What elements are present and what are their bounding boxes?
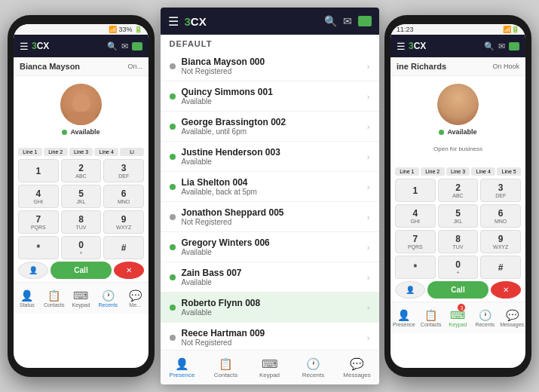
right-nav-keypad-label: Keypad <box>449 322 467 327</box>
left-key-4[interactable]: 4GHI <box>18 185 59 208</box>
contact-item-4[interactable]: Lia Shelton 004 Available, back at 5pm › <box>161 172 379 202</box>
dropdown-nav-contacts-label: Contacts <box>214 372 238 378</box>
left-line-li[interactable]: Li <box>120 148 144 156</box>
right-key-7[interactable]: 7PQRS <box>395 230 436 253</box>
right-backspace-btn[interactable]: ✕ <box>491 281 521 299</box>
contact-status-9: Not Registered <box>182 338 364 347</box>
right-nav-keypad[interactable]: ⌨ Keypad 3 <box>445 302 472 333</box>
right-line-3[interactable]: Line 3 <box>446 167 470 176</box>
right-status-dot <box>439 130 444 135</box>
contact-name-1: Quincy Simmons 001 <box>182 87 364 97</box>
right-key-5[interactable]: 5JKL <box>438 204 479 228</box>
right-bottom-nav: 👤 Presence 📋 Contacts ⌨ Keypad 3 🕐 Recen… <box>390 302 525 333</box>
right-key-star[interactable]: * <box>395 256 436 279</box>
left-key-3[interactable]: 3DEF <box>103 159 144 182</box>
right-line-4[interactable]: Line 4 <box>471 167 495 176</box>
left-nav-recents[interactable]: 🕐 Recents <box>94 283 121 314</box>
left-nav-more[interactable]: 💬 Me... <box>121 283 149 314</box>
left-key-6[interactable]: 6MNO <box>103 185 144 208</box>
right-user-icon-btn[interactable]: 👤 <box>395 281 425 299</box>
right-key-1[interactable]: 1 <box>395 179 436 202</box>
right-key-3[interactable]: 3DEF <box>480 179 521 202</box>
left-bottom-nav: 👤 Status 📋 Contacts ⌨ Keypad 🕐 Recents 💬… <box>14 282 149 314</box>
left-key-5[interactable]: 5JKL <box>61 185 102 208</box>
dropdown-nav-recents[interactable]: 🕐 Recents <box>292 351 335 384</box>
contact-name-9: Reece Hartman 009 <box>182 328 364 338</box>
dropdown-nav-messages[interactable]: 💬 Messages <box>335 351 379 384</box>
left-backspace-btn[interactable]: ✕ <box>114 262 144 279</box>
right-line-2[interactable]: Line 2 <box>421 167 445 176</box>
left-call-button[interactable]: Call <box>51 262 112 279</box>
left-key-0[interactable]: 0+ <box>61 236 102 259</box>
contact-item-7[interactable]: Zain Bass 007 Available › <box>161 262 379 292</box>
contact-item-8[interactable]: Roberto Flynn 008 Available › <box>161 292 379 323</box>
right-key-hash[interactable]: # <box>480 256 521 279</box>
right-key-4[interactable]: 4GHI <box>395 204 436 228</box>
right-key-6[interactable]: 6MNO <box>480 204 521 228</box>
contact-chevron-5: › <box>367 213 370 222</box>
right-key-8[interactable]: 8TUV <box>438 230 479 253</box>
contact-item-3[interactable]: Justine Henderson 003 Available › <box>161 142 379 172</box>
dropdown-nav-contacts[interactable]: 📋 Contacts <box>204 351 248 384</box>
right-call-button[interactable]: Call <box>427 281 488 299</box>
left-menu-icon[interactable]: ☰ <box>20 41 29 52</box>
right-line-1[interactable]: Line 1 <box>395 167 419 176</box>
dropdown-search-icon[interactable]: 🔍 <box>324 15 337 27</box>
left-key-hash[interactable]: # <box>103 236 144 259</box>
right-status-sub: Open for business <box>433 145 482 152</box>
dropdown-menu-icon[interactable]: ☰ <box>168 14 179 29</box>
left-call-row: 👤 Call ✕ <box>18 262 144 279</box>
left-search-icon[interactable]: 🔍 <box>107 41 118 51</box>
contact-item-6[interactable]: Gregory Winters 006 Available › <box>161 232 379 262</box>
contact-dot-4 <box>170 184 176 190</box>
left-nav-status[interactable]: 👤 Status <box>14 283 41 314</box>
dropdown-nav-keypad[interactable]: ⌨ Keypad <box>248 351 292 384</box>
contact-item-1[interactable]: Quincy Simmons 001 Available › <box>161 81 379 112</box>
contact-item-9[interactable]: Reece Hartman 009 Not Registered › <box>161 323 379 350</box>
left-battery: 📶 33% 🔋 <box>109 26 142 33</box>
left-nav-keypad-label: Keypad <box>72 302 90 308</box>
left-line-1[interactable]: Line 1 <box>18 148 42 156</box>
right-contact-name: ine Richards <box>397 62 446 71</box>
contact-dot-1 <box>170 93 176 100</box>
right-battery: 📶🔋 <box>503 26 519 33</box>
contact-item-0[interactable]: Bianca Mayson 000 Not Registered › <box>161 51 379 81</box>
left-nav-contacts[interactable]: 📋 Contacts <box>41 283 68 314</box>
left-key-star[interactable]: * <box>18 236 59 259</box>
left-nav-keypad[interactable]: ⌨ Keypad <box>68 283 95 314</box>
dropdown-nav-presence[interactable]: 👤 Presence <box>161 351 204 384</box>
dropdown-header: ☰ 3CX 🔍 ✉ <box>161 8 379 35</box>
left-line-4[interactable]: Line 4 <box>94 148 118 156</box>
right-nav-recents[interactable]: 🕐 Recents <box>471 302 498 333</box>
dropdown-mail-icon[interactable]: ✉ <box>343 15 352 27</box>
left-key-2[interactable]: 2ABC <box>61 159 102 182</box>
left-mail-icon[interactable]: ✉ <box>121 41 128 51</box>
right-menu-icon[interactable]: ☰ <box>397 41 406 52</box>
contact-name-4: Lia Shelton 004 <box>182 177 364 188</box>
dropdown-contact-list[interactable]: Bianca Mayson 000 Not Registered › Quinc… <box>161 51 379 350</box>
left-line-2[interactable]: Line 2 <box>44 148 68 156</box>
right-mail-icon[interactable]: ✉ <box>498 41 505 51</box>
right-search-icon[interactable]: 🔍 <box>484 41 495 51</box>
right-avatar-area: Available Open for business <box>390 76 525 164</box>
contact-dot-6 <box>170 244 176 250</box>
contact-item-2[interactable]: George Brassington 002 Available, until … <box>161 112 379 142</box>
right-key-0[interactable]: 0+ <box>438 256 479 279</box>
left-line-3[interactable]: Line 3 <box>69 148 93 156</box>
right-nav-messages[interactable]: 💬 Messages <box>498 302 525 333</box>
left-status-bar: 📶 33% 🔋 <box>14 24 149 35</box>
left-key-8[interactable]: 8TUV <box>61 210 102 234</box>
right-key-2[interactable]: 2ABC <box>438 179 479 202</box>
left-key-1[interactable]: 1 <box>18 159 59 182</box>
left-user-icon-btn[interactable]: 👤 <box>18 262 48 279</box>
dropdown-nav-presence-icon: 👤 <box>175 357 189 371</box>
right-time: 11:23 <box>397 26 414 33</box>
left-key-9[interactable]: 9WXYZ <box>103 210 144 234</box>
contact-item-5[interactable]: Jonathon Sheppard 005 Not Registered › <box>161 202 379 232</box>
left-key-7[interactable]: 7PQRS <box>18 210 59 234</box>
right-line-5[interactable]: Line 5 <box>497 167 521 176</box>
dropdown-panel: ☰ 3CX 🔍 ✉ DEFAULT Bianca Mayson 000 Not … <box>161 8 379 384</box>
right-key-9[interactable]: 9WXYZ <box>480 230 521 253</box>
right-nav-contacts[interactable]: 📋 Contacts <box>418 302 445 333</box>
right-nav-presence[interactable]: 👤 Presence <box>390 302 418 333</box>
